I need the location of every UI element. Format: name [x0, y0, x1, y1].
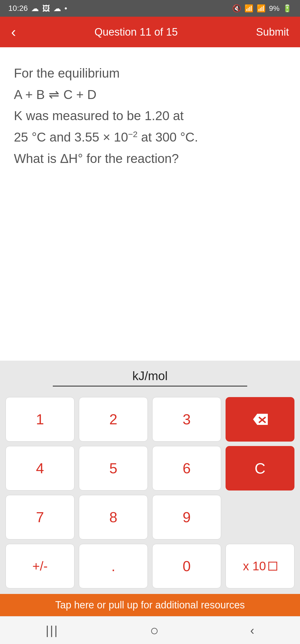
status-right: 🔇 📶 📶 9% 🔋	[232, 4, 292, 13]
image-icon: 🖼	[42, 4, 50, 13]
cloud2-icon: ☁	[53, 4, 61, 13]
x10-box	[268, 562, 277, 571]
key-0[interactable]: 0	[152, 544, 221, 588]
keypad: 1 2 3 4 5 6 C 7 8 9 +/- . 0 x 10	[0, 392, 300, 594]
key-3[interactable]: 3	[152, 397, 221, 442]
nav-home[interactable]: ○	[150, 622, 159, 639]
question-area: For the equilibrium A + B ⇌ C + D K was …	[0, 47, 300, 179]
status-bar: 10:26 ☁ 🖼 ☁ • 🔇 📶 📶 9% 🔋	[0, 0, 300, 17]
question-line4-exp: −2	[128, 130, 138, 139]
submit-button[interactable]: Submit	[239, 26, 289, 38]
x10-label: x 10	[243, 559, 266, 573]
status-time: 10:26	[8, 4, 28, 13]
answer-unit: kJ/mol	[132, 369, 168, 383]
key-4[interactable]: 4	[6, 446, 74, 491]
dot-icon: •	[64, 4, 67, 13]
back-button[interactable]: ‹	[11, 24, 33, 40]
status-left: 10:26 ☁ 🖼 ☁ •	[8, 4, 67, 13]
mute-icon: 🔇	[232, 4, 241, 13]
question-line3: K was measured to be 1.20 at	[14, 106, 286, 125]
calculator-section: kJ/mol 1 2 3 4 5 6 C 7 8 9 +/- . 0 x 10	[0, 361, 300, 594]
key-9[interactable]: 9	[152, 495, 221, 539]
key-plusminus[interactable]: +/-	[6, 544, 74, 588]
resource-bar[interactable]: Tap here or pull up for additional resou…	[0, 594, 300, 616]
question-line2-b: C + D	[63, 85, 96, 104]
key-1[interactable]: 1	[6, 397, 74, 442]
question-text: For the equilibrium A + B ⇌ C + D K was …	[14, 64, 286, 168]
resource-bar-text: Tap here or pull up for additional resou…	[55, 599, 245, 611]
nav-back[interactable]: ‹	[250, 623, 254, 637]
header: ‹ Question 11 of 15 Submit	[0, 17, 300, 47]
question-line4-b: at 300 °C.	[138, 130, 198, 144]
answer-display: kJ/mol	[0, 361, 300, 392]
key-6[interactable]: 6	[152, 446, 221, 491]
key-7[interactable]: 7	[6, 495, 74, 539]
nav-bar: ||| ○ ‹	[0, 616, 300, 644]
battery-icon: 🔋	[283, 4, 292, 13]
answer-underline	[53, 386, 247, 387]
wifi-icon: 📶	[244, 4, 253, 13]
question-line5: What is ΔH° for the reaction?	[14, 149, 286, 168]
equilibrium-icon: ⇌	[49, 85, 59, 104]
key-x10[interactable]: x 10	[226, 544, 294, 588]
question-line4: 25 °C and 3.55 × 10−2 at 300 °C.	[14, 128, 286, 147]
key-5[interactable]: 5	[79, 446, 148, 491]
key-dot[interactable]: .	[79, 544, 148, 588]
key-backspace[interactable]	[226, 397, 294, 442]
key-2[interactable]: 2	[79, 397, 148, 442]
question-line2-a: A + B	[14, 85, 45, 104]
battery-text: 9%	[269, 4, 279, 13]
question-line4-a: 25 °C and 3.55 × 10	[14, 130, 128, 144]
key-clear[interactable]: C	[226, 446, 294, 491]
question-progress: Question 11 of 15	[33, 26, 239, 38]
svg-marker-0	[253, 414, 268, 425]
question-line1: For the equilibrium	[14, 64, 286, 83]
nav-recent-apps[interactable]: |||	[46, 623, 59, 637]
question-line2: A + B ⇌ C + D	[14, 85, 286, 104]
signal-icon: 📶	[257, 4, 266, 13]
cloud-icon: ☁	[31, 4, 39, 13]
key-8[interactable]: 8	[79, 495, 148, 539]
